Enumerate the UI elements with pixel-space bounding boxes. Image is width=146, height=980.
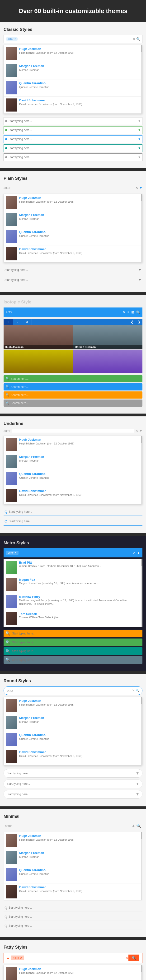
tab-2[interactable]: 2	[13, 319, 22, 325]
dropdown-item[interactable]: Hugh Jackman Hugh Michael Jackman (born …	[4, 194, 142, 211]
fatty-search-input[interactable]	[26, 956, 124, 960]
grid-item-freeman[interactable]: Morgan Freeman	[73, 325, 143, 349]
round-input[interactable]	[6, 792, 136, 796]
metro-item[interactable]: Tom Selleck Thomas William 'Tom' Selleck…	[3, 610, 143, 627]
grid-item-jackman[interactable]: Hugh Jackman	[3, 325, 73, 349]
tab-1[interactable]: 1	[3, 319, 13, 325]
iso-input-4[interactable]	[11, 401, 141, 405]
round-input[interactable]	[6, 772, 136, 775]
underline-input[interactable]	[9, 520, 141, 523]
chevron-up-icon[interactable]: ▲	[132, 824, 135, 828]
dropdown-item[interactable]: David Schwimmer David Lawrence Schwimmer…	[4, 748, 142, 765]
metro-input-1[interactable]	[12, 632, 141, 635]
search-icon[interactable]: 🔍	[136, 689, 140, 692]
search-icon[interactable]: 🔍	[136, 37, 140, 41]
search-icon: 🔍	[5, 401, 9, 405]
dropdown-item[interactable]: Morgan Freeman Morgan Freeman	[4, 453, 142, 470]
minimal-input[interactable]	[8, 915, 141, 918]
close-icon[interactable]: ✕	[125, 956, 129, 960]
close-icon[interactable]: ✕	[135, 186, 138, 190]
close-icon[interactable]: ✕	[135, 429, 138, 433]
prev-arrow-icon[interactable]: ❮	[129, 319, 136, 325]
dropdown-item[interactable]: Morgan Freeman Morgan Freeman	[4, 62, 142, 80]
plain-input[interactable]	[5, 278, 138, 282]
metro-search-input[interactable]	[21, 551, 132, 555]
isotopic-search-input[interactable]	[14, 310, 122, 314]
indicator	[5, 156, 7, 158]
bars-icon: ≡	[7, 956, 9, 960]
close-icon[interactable]: ✕	[133, 551, 136, 555]
dropdown-item[interactable]: Morgan Freeman Morgan Freeman	[4, 714, 142, 731]
round-search-input[interactable]	[14, 689, 131, 692]
minimal-search-input[interactable]	[14, 824, 130, 827]
chevron-up-icon[interactable]: ▲	[137, 551, 140, 555]
person-name: Tom Selleck	[19, 612, 140, 616]
minimal-input[interactable]	[8, 924, 141, 928]
close-icon[interactable]: ✕	[123, 310, 125, 314]
dropdown-item[interactable]: Quentin Tarantino Quentin Jerome Taranti…	[4, 470, 142, 487]
underline-search-input[interactable]	[12, 429, 134, 433]
metro-section: Metro Styles actor ✕ ✕ ▲ Brad Pitt Willi…	[0, 536, 146, 671]
dropdown-item[interactable]: David Schwimmer David Lawrence Schwimmer…	[4, 97, 142, 113]
person-image	[6, 716, 17, 729]
metro-item[interactable]: Brad Pitt William Bradley "Brad" Pitt (b…	[3, 559, 143, 576]
bars-icon: ≡	[127, 310, 129, 314]
metro-input-3[interactable]	[12, 649, 141, 653]
dropdown-item[interactable]: Morgan Freeman Morgan Freeman	[4, 211, 142, 228]
plain-search-input[interactable]	[13, 186, 133, 189]
dropdown-item[interactable]: Hugh Jackman Hugh Michael Jackman (born …	[4, 697, 142, 714]
chevron-down-icon: ▼	[138, 119, 141, 123]
actor-tag-plain: actor	[3, 186, 10, 189]
classic-input[interactable]	[8, 146, 137, 150]
dropdown-item[interactable]: Quentin Tarantino Quentin Jerome Taranti…	[4, 731, 142, 748]
indicator	[5, 129, 7, 131]
classic-top-search-bar: actor ✕ ✕ 🔍	[3, 35, 143, 43]
dropdown-item[interactable]: David Schwimmer David Lawrence Schwimmer…	[4, 245, 142, 262]
plain-input[interactable]	[5, 268, 138, 272]
iso-input-3[interactable]	[11, 393, 141, 397]
person-image	[6, 64, 17, 77]
iso-input-2[interactable]	[11, 385, 141, 388]
metro-item[interactable]: Matthew Perry Matthew Langford Perry (bo…	[3, 593, 143, 610]
dropdown-item[interactable]: Hugh Jackman Hugh Michael Jackman (born …	[4, 965, 142, 980]
person-image	[6, 81, 17, 94]
person-image	[6, 885, 17, 899]
metro-item[interactable]: Megan Fox Megan Denise Fox (born May 16,…	[3, 576, 143, 593]
iso-input-1[interactable]	[11, 377, 141, 380]
metro-input-2[interactable]	[12, 641, 141, 644]
dropdown-item[interactable]: Hugh Jackman Hugh Michael Jackman (born …	[4, 45, 142, 62]
fatty-search-button[interactable]: 🔍	[129, 955, 139, 961]
tab-3[interactable]: 3	[22, 319, 32, 325]
grid-item-dj[interactable]	[3, 350, 73, 373]
classic-input[interactable]	[8, 129, 137, 132]
classic-input[interactable]	[8, 119, 137, 123]
clear-icon[interactable]: ✕	[132, 37, 135, 41]
grid-item-4[interactable]	[73, 350, 143, 373]
classic-search-input[interactable]	[19, 37, 132, 41]
round-input[interactable]	[6, 782, 136, 786]
dropdown-item[interactable]: Hugh Jackman Hugh Michael Jackman (born …	[4, 832, 142, 849]
dropdown-item[interactable]: Quentin Tarantino Quentin Jerome Taranti…	[4, 228, 142, 245]
dropdown-item[interactable]: Morgan Freeman Morgan Freeman	[4, 849, 142, 866]
minimal-top-bar: actor ▲ 🔍	[3, 822, 143, 830]
dropdown-item[interactable]: Quentin Tarantino Quentin Jerome Taranti…	[4, 80, 142, 97]
dropdown-item[interactable]: David Schwimmer David Lawrence Schwimmer…	[4, 883, 142, 900]
underline-input[interactable]	[9, 510, 141, 514]
search-icon[interactable]: 🔍	[136, 310, 140, 314]
metro-input-4[interactable]	[12, 658, 141, 662]
dropdown-item[interactable]: David Schwimmer David Lawrence Schwimmer…	[4, 487, 142, 504]
divider	[0, 169, 146, 171]
underline-title: Underline	[3, 421, 143, 426]
close-icon[interactable]: ✕	[132, 689, 135, 692]
classic-input[interactable]	[8, 156, 137, 159]
dropdown-item[interactable]: Hugh Jackman Hugh Michael Jackman (born …	[4, 436, 142, 453]
person-desc: Morgan Freeman	[19, 855, 140, 859]
chevron-down-icon[interactable]: ▼	[139, 429, 143, 433]
next-arrow-icon[interactable]: ❯	[136, 319, 143, 325]
search-icon[interactable]: 🔍	[136, 824, 141, 828]
classic-input[interactable]	[8, 137, 137, 141]
dropdown-item[interactable]: Quentin Tarantino Quentin Jerome Taranti…	[4, 866, 142, 883]
actor-tag-close[interactable]: ✕	[14, 38, 16, 40]
minimal-input[interactable]	[8, 906, 141, 909]
chevron-down-icon[interactable]: ▼	[139, 186, 143, 190]
